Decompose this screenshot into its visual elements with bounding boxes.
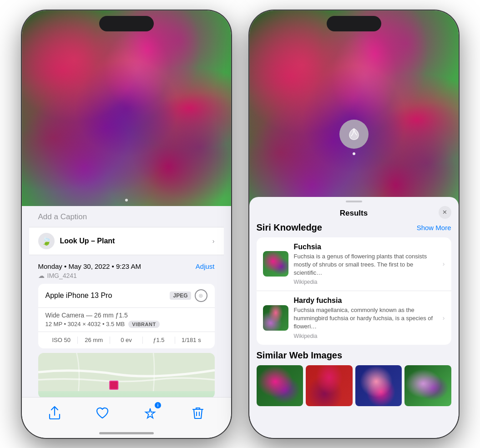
info-badge-label: i xyxy=(157,403,159,408)
knowledge-item-fuchsia[interactable]: Fuchsia Fuchsia is a genus of flowering … xyxy=(257,237,451,292)
phones-container: Add a Caption 🍃 Look Up – Plant › xyxy=(13,1,468,447)
right-dynamic-island xyxy=(327,16,381,31)
fuchsia-chevron-icon: › xyxy=(443,260,445,267)
heart-icon xyxy=(96,407,109,419)
similar-web-title: Similar Web Images xyxy=(257,350,343,361)
lookup-chevron-icon: › xyxy=(212,237,215,245)
similar-images-row xyxy=(257,365,451,406)
similar-image-4[interactable] xyxy=(404,365,451,406)
hardy-info: Hardy fuchsia Fuchsia magellanica, commo… xyxy=(294,297,437,339)
right-phone: Results ✕ Siri Knowledge Show More xyxy=(249,10,459,438)
wide-camera-text: Wide Camera — 26 mm ƒ1.5 xyxy=(45,312,207,319)
visual-lookup-button[interactable] xyxy=(339,120,369,149)
info-badge: i xyxy=(155,402,161,408)
info-button[interactable]: i xyxy=(140,403,160,423)
share-icon xyxy=(49,406,61,420)
filename-text: IMG_4241 xyxy=(47,272,77,279)
camera-settings-button[interactable]: ◎ xyxy=(195,289,207,302)
share-button[interactable] xyxy=(45,403,65,423)
left-phone: Add a Caption 🍃 Look Up – Plant › xyxy=(22,10,231,438)
jpeg-badge: JPEG xyxy=(170,292,191,300)
caption-placeholder: Add a Caption xyxy=(38,212,87,221)
adjust-button[interactable]: Adjust xyxy=(196,262,215,270)
similar-image-1[interactable] xyxy=(257,365,303,406)
fuchsia-thumb-image xyxy=(263,251,288,277)
date-row: Monday • May 30, 2022 • 9:23 AM ☁ IMG_42… xyxy=(38,262,215,279)
filename-line: ☁ IMG_4241 xyxy=(38,272,141,279)
camera-badges: JPEG ◎ xyxy=(170,289,207,302)
hardy-description: Fuchsia magellanica, commonly known as t… xyxy=(294,306,437,331)
results-close-button[interactable]: ✕ xyxy=(439,206,451,219)
right-photo-area xyxy=(249,10,459,229)
svg-rect-0 xyxy=(38,353,215,391)
similar-image-2[interactable] xyxy=(306,365,353,406)
aperture-icon: ◎ xyxy=(199,293,203,298)
exif-iso: ISO 50 xyxy=(45,337,77,343)
fuchsia-info: Fuchsia Fuchsia is a genus of flowering … xyxy=(294,243,437,286)
hardy-thumb-image xyxy=(263,305,288,331)
exif-shutter: 1/181 s xyxy=(175,337,207,343)
svg-rect-2 xyxy=(110,381,117,389)
hardy-name: Hardy fuchsia xyxy=(294,297,437,305)
camera-name: Apple iPhone 13 Pro xyxy=(45,292,112,300)
right-screen: Results ✕ Siri Knowledge Show More xyxy=(249,10,459,438)
favorite-button[interactable] xyxy=(92,403,112,423)
similar-web-header: Similar Web Images xyxy=(257,350,451,361)
mp-row: 12 MP • 3024 × 4032 • 3.5 MB VIBRANT xyxy=(45,321,207,328)
map-roads-svg xyxy=(38,353,215,391)
flower-overlay xyxy=(22,10,231,206)
hardy-chevron-icon: › xyxy=(443,314,445,322)
date-section: Monday • May 30, 2022 • 9:23 AM ☁ IMG_42… xyxy=(29,255,224,397)
date-line: Monday • May 30, 2022 • 9:23 AM xyxy=(38,262,141,270)
date-info: Monday • May 30, 2022 • 9:23 AM ☁ IMG_42… xyxy=(38,262,141,279)
results-title: Results xyxy=(340,209,368,218)
caption-area[interactable]: Add a Caption xyxy=(29,206,224,227)
sparkle-icon xyxy=(144,407,157,419)
fuchsia-source: Wikipedia xyxy=(294,279,437,285)
vibrant-badge: VIBRANT xyxy=(128,321,159,328)
cloud-icon: ☁ xyxy=(38,272,45,279)
lookup-bold: Look Up – xyxy=(60,237,95,245)
left-screen: Add a Caption 🍃 Look Up – Plant › xyxy=(22,10,231,438)
trash-icon xyxy=(192,406,204,420)
vlu-dot xyxy=(353,152,355,155)
delete-button[interactable] xyxy=(188,403,208,423)
exif-aperture: ƒ1.5 xyxy=(143,337,175,343)
lookup-regular: Plant xyxy=(95,237,115,245)
info-content: Add a Caption 🍃 Look Up – Plant › xyxy=(22,206,231,397)
similar-web-section: Similar Web Images xyxy=(257,350,451,406)
exif-row: ISO 50 26 mm 0 ev ƒ1.5 1/181 s xyxy=(38,332,215,348)
camera-section: Apple iPhone 13 Pro JPEG ◎ Wide Camera —… xyxy=(38,284,215,348)
dynamic-island xyxy=(99,16,154,31)
exif-focal: 26 mm xyxy=(78,337,110,343)
siri-knowledge-title: Siri Knowledge xyxy=(257,222,322,233)
camera-details: Wide Camera — 26 mm ƒ1.5 12 MP • 3024 × … xyxy=(38,308,215,332)
home-indicator xyxy=(99,432,154,434)
results-content: Siri Knowledge Show More Fuchsia Fuchsia… xyxy=(249,222,459,432)
similar-image-3[interactable] xyxy=(355,365,402,406)
hardy-thumbnail xyxy=(263,305,288,331)
mp-text: 12 MP • 3024 × 4032 • 3.5 MB xyxy=(45,321,125,327)
leaf-lookup-icon xyxy=(346,126,362,142)
lookup-icon-circle: 🍃 xyxy=(38,233,55,249)
fuchsia-description: Fuchsia is a genus of flowering plants t… xyxy=(294,252,437,277)
leaf-icon: 🍃 xyxy=(41,236,51,246)
lookup-label: Look Up – Plant xyxy=(60,237,115,245)
lookup-row[interactable]: 🍃 Look Up – Plant › xyxy=(29,227,224,255)
knowledge-card: Fuchsia Fuchsia is a genus of flowering … xyxy=(257,237,451,345)
camera-header: Apple iPhone 13 Pro JPEG ◎ xyxy=(38,284,215,308)
knowledge-item-hardy[interactable]: Hardy fuchsia Fuchsia magellanica, commo… xyxy=(257,291,451,345)
carousel-dot xyxy=(125,199,128,201)
hardy-source: Wikipedia xyxy=(294,333,437,339)
results-header: Results ✕ xyxy=(249,202,459,222)
show-more-button[interactable]: Show More xyxy=(417,224,451,232)
exif-ev: 0 ev xyxy=(110,337,142,343)
fuchsia-name: Fuchsia xyxy=(294,243,437,251)
close-icon: ✕ xyxy=(442,209,447,216)
fuchsia-thumbnail xyxy=(263,251,288,277)
siri-knowledge-header: Siri Knowledge Show More xyxy=(257,222,451,233)
photo-area[interactable] xyxy=(22,10,231,206)
map-area[interactable] xyxy=(38,353,215,397)
results-panel: Results ✕ Siri Knowledge Show More xyxy=(249,197,459,438)
